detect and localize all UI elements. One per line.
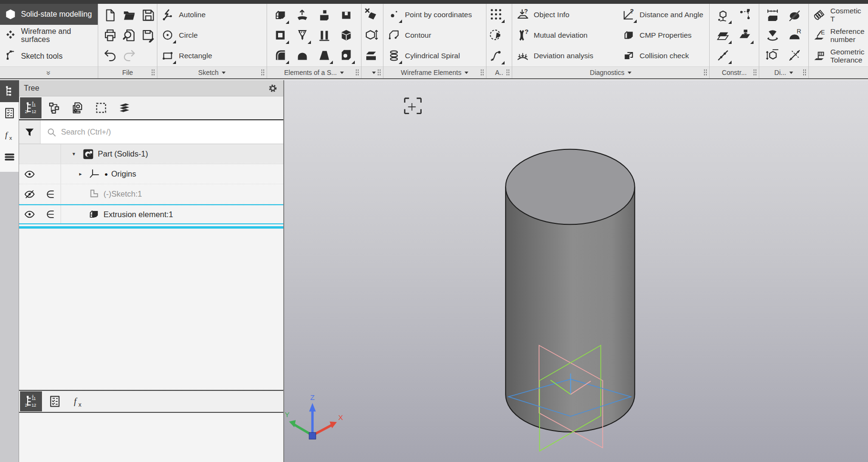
box-dimension-button[interactable] xyxy=(762,45,784,65)
circle-button[interactable]: Circle xyxy=(160,25,214,45)
round-hole-button[interactable] xyxy=(335,45,357,65)
control-points-button[interactable] xyxy=(734,5,756,25)
grip-icon[interactable] xyxy=(753,69,757,76)
expander-icon[interactable]: ▾ xyxy=(72,151,79,157)
autoline-button[interactable]: Autoline xyxy=(160,4,214,25)
mutual-deviation-button[interactable]: ?Mutual deviation xyxy=(515,25,620,45)
shell-button[interactable] xyxy=(335,25,357,45)
tree-structure-button[interactable]: 111221 xyxy=(20,97,41,118)
section-box-button[interactable] xyxy=(364,49,378,63)
boss-button[interactable] xyxy=(313,5,335,25)
deviation-analysis-button[interactable]: Deviation analysis xyxy=(515,45,620,66)
angular-dimension-button[interactable] xyxy=(762,25,784,45)
copy-objects-button[interactable] xyxy=(489,28,503,42)
point-button[interactable]: Point by coordinates xyxy=(386,4,473,25)
filter-button[interactable] xyxy=(19,120,41,144)
print-button[interactable] xyxy=(101,25,120,45)
plane-by-object-button[interactable] xyxy=(734,25,756,45)
delete-face-button[interactable] xyxy=(364,7,378,21)
undo-button[interactable] xyxy=(101,45,120,65)
rib-button[interactable] xyxy=(313,25,335,45)
axis-button[interactable] xyxy=(712,45,734,65)
array-button[interactable] xyxy=(489,7,503,21)
layers-button[interactable] xyxy=(114,97,135,118)
contour-button[interactable]: Contour xyxy=(386,25,473,45)
gear-icon[interactable] xyxy=(267,83,279,94)
cmp-properties-button[interactable]: CMP Properties xyxy=(620,25,707,45)
tab-parameters-panel[interactable] xyxy=(44,391,66,411)
grip-icon[interactable] xyxy=(377,69,381,76)
mode-solid-state-modelling[interactable]: Solid-state modelling xyxy=(0,4,98,25)
rail-tree-panel[interactable] xyxy=(0,80,19,102)
redo-button[interactable] xyxy=(120,45,139,65)
rail-fx-panel[interactable]: fx xyxy=(0,124,19,146)
new-document-button[interactable] xyxy=(101,5,120,25)
viewport-canvas[interactable]: Z X Y xyxy=(284,80,868,462)
svg-text:?: ? xyxy=(525,29,528,35)
grip-icon[interactable] xyxy=(355,69,359,76)
dropdown-arrow-icon[interactable] xyxy=(372,72,376,74)
dropdown-arrow-icon[interactable] xyxy=(789,72,793,74)
tab-fx-panel[interactable]: fx xyxy=(68,391,90,411)
collapse-chevron-icon[interactable]: » xyxy=(45,71,53,74)
grip-icon[interactable] xyxy=(261,69,265,76)
distance-angle-button[interactable]: ?Distance and Angle xyxy=(620,4,707,25)
dropdown-arrow-icon[interactable] xyxy=(628,72,631,74)
search-input[interactable] xyxy=(61,128,278,136)
grip-icon[interactable] xyxy=(803,69,806,76)
object-info-button[interactable]: ?Object Info xyxy=(515,4,620,25)
cavity-button[interactable] xyxy=(269,25,291,45)
rectangle-button[interactable]: Rectangle xyxy=(160,45,214,66)
rail-parameters-panel[interactable] xyxy=(0,102,19,124)
tree-item-part-solids-1[interactable]: ▾ Part (Solids-1) xyxy=(19,144,283,164)
visibility-cell[interactable] xyxy=(19,184,40,204)
geometric-tolerance-button[interactable]: Geometric Tolerance xyxy=(811,45,866,66)
cylinder-model[interactable] xyxy=(506,149,635,432)
cosmetic-thread-button[interactable]: Cosmetic T xyxy=(811,4,866,25)
tree-item-sketch-1[interactable]: (-)Sketch:1 xyxy=(19,184,283,204)
cut-button[interactable] xyxy=(335,5,357,25)
save-as-button[interactable] xyxy=(139,25,157,45)
mode-selector-caption: » xyxy=(0,66,98,78)
extrusion-button[interactable] xyxy=(269,5,291,25)
print-preview-button[interactable] xyxy=(120,25,139,45)
loft-button[interactable] xyxy=(291,5,313,25)
grip-icon[interactable] xyxy=(506,69,510,76)
tree-item-origins[interactable]: ▸ ● Origins xyxy=(19,164,283,184)
curve-pattern-button[interactable] xyxy=(489,49,503,63)
reference-number-button[interactable]: EReference number xyxy=(811,25,866,45)
rail-main-menu[interactable] xyxy=(0,146,19,168)
collision-check-button[interactable]: Collision check xyxy=(620,45,707,66)
tree-relations-button[interactable] xyxy=(43,97,65,118)
open-document-button[interactable] xyxy=(120,5,139,25)
diameter-dimension-button[interactable] xyxy=(784,5,806,25)
documents-button[interactable] xyxy=(67,97,88,118)
dome-button[interactable] xyxy=(291,45,313,65)
radial-dimension-button[interactable]: R xyxy=(784,25,806,45)
mode-wireframe-and-surfaces[interactable]: Wireframe and surfaces xyxy=(0,25,98,46)
grip-icon[interactable] xyxy=(703,69,707,76)
linear-dimension-button[interactable] xyxy=(762,5,784,25)
fillet-button[interactable] xyxy=(269,45,291,65)
mode-sketch-tools[interactable]: Sketch tools xyxy=(0,45,98,66)
save-button[interactable] xyxy=(139,5,157,25)
dropdown-arrow-icon[interactable] xyxy=(340,72,344,74)
tab-tree-structure[interactable]: 111221 xyxy=(20,391,42,411)
grip-icon[interactable] xyxy=(151,69,155,76)
visibility-cell[interactable] xyxy=(19,164,40,184)
dropdown-arrow-icon[interactable] xyxy=(465,72,468,74)
draft-button[interactable] xyxy=(313,45,335,65)
tree-item-extrusion-element-1[interactable]: Extrusion element:1 xyxy=(19,204,283,224)
expander-icon[interactable]: ▸ xyxy=(79,171,85,177)
plane-button[interactable] xyxy=(712,25,734,45)
dropdown-arrow-icon[interactable] xyxy=(222,72,226,74)
visibility-cell[interactable] xyxy=(19,205,40,223)
cylindrical-spiral-button[interactable]: Cylindrical Spiral xyxy=(386,45,473,66)
local-cs-button[interactable] xyxy=(712,5,734,25)
grip-icon[interactable] xyxy=(480,69,484,76)
selection-area-button[interactable] xyxy=(90,97,112,118)
slope-dimension-button[interactable] xyxy=(784,45,806,65)
hole-button[interactable] xyxy=(291,25,313,45)
viewport-3d[interactable]: Z X Y xyxy=(284,80,868,462)
scale-body-button[interactable] xyxy=(364,28,378,42)
